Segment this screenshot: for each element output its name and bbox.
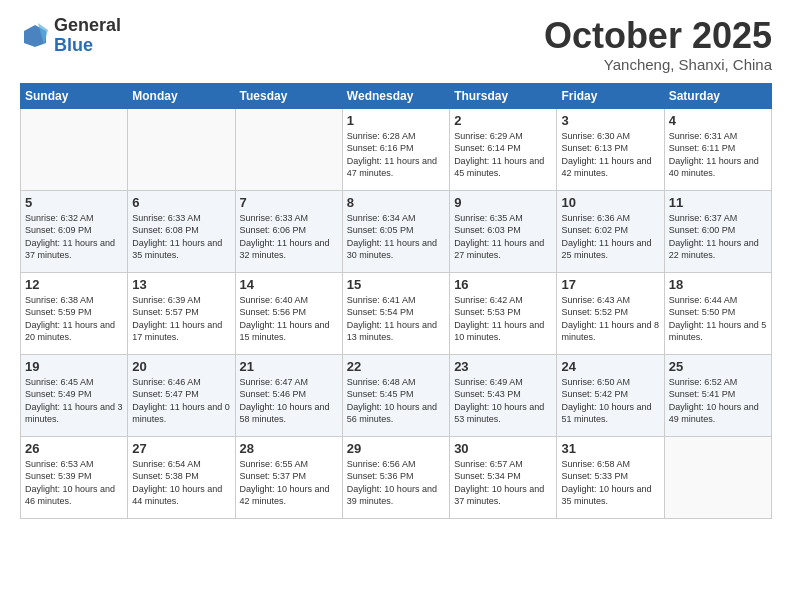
logo-icon (20, 21, 50, 51)
cell-w3-d1: 12Sunrise: 6:38 AM Sunset: 5:59 PM Dayli… (21, 272, 128, 354)
day-info: Sunrise: 6:52 AM Sunset: 5:41 PM Dayligh… (669, 376, 767, 426)
day-info: Sunrise: 6:58 AM Sunset: 5:33 PM Dayligh… (561, 458, 659, 508)
cell-w4-d4: 22Sunrise: 6:48 AM Sunset: 5:45 PM Dayli… (342, 354, 449, 436)
cell-w2-d7: 11Sunrise: 6:37 AM Sunset: 6:00 PM Dayli… (664, 190, 771, 272)
day-info: Sunrise: 6:30 AM Sunset: 6:13 PM Dayligh… (561, 130, 659, 180)
cell-w1-d5: 2Sunrise: 6:29 AM Sunset: 6:14 PM Daylig… (450, 108, 557, 190)
cell-w5-d7 (664, 436, 771, 518)
day-number: 18 (669, 277, 767, 292)
cell-w4-d6: 24Sunrise: 6:50 AM Sunset: 5:42 PM Dayli… (557, 354, 664, 436)
day-number: 4 (669, 113, 767, 128)
day-info: Sunrise: 6:37 AM Sunset: 6:00 PM Dayligh… (669, 212, 767, 262)
day-info: Sunrise: 6:56 AM Sunset: 5:36 PM Dayligh… (347, 458, 445, 508)
day-info: Sunrise: 6:49 AM Sunset: 5:43 PM Dayligh… (454, 376, 552, 426)
col-wednesday: Wednesday (342, 83, 449, 108)
cell-w2-d2: 6Sunrise: 6:33 AM Sunset: 6:08 PM Daylig… (128, 190, 235, 272)
cell-w2-d6: 10Sunrise: 6:36 AM Sunset: 6:02 PM Dayli… (557, 190, 664, 272)
day-info: Sunrise: 6:54 AM Sunset: 5:38 PM Dayligh… (132, 458, 230, 508)
cell-w3-d7: 18Sunrise: 6:44 AM Sunset: 5:50 PM Dayli… (664, 272, 771, 354)
day-number: 12 (25, 277, 123, 292)
cell-w5-d5: 30Sunrise: 6:57 AM Sunset: 5:34 PM Dayli… (450, 436, 557, 518)
day-number: 25 (669, 359, 767, 374)
cell-w2-d3: 7Sunrise: 6:33 AM Sunset: 6:06 PM Daylig… (235, 190, 342, 272)
day-number: 2 (454, 113, 552, 128)
day-number: 10 (561, 195, 659, 210)
cell-w3-d6: 17Sunrise: 6:43 AM Sunset: 5:52 PM Dayli… (557, 272, 664, 354)
day-info: Sunrise: 6:47 AM Sunset: 5:46 PM Dayligh… (240, 376, 338, 426)
day-number: 5 (25, 195, 123, 210)
day-info: Sunrise: 6:35 AM Sunset: 6:03 PM Dayligh… (454, 212, 552, 262)
day-number: 11 (669, 195, 767, 210)
cell-w4-d7: 25Sunrise: 6:52 AM Sunset: 5:41 PM Dayli… (664, 354, 771, 436)
day-number: 20 (132, 359, 230, 374)
col-thursday: Thursday (450, 83, 557, 108)
cell-w5-d6: 31Sunrise: 6:58 AM Sunset: 5:33 PM Dayli… (557, 436, 664, 518)
day-number: 15 (347, 277, 445, 292)
location: Yancheng, Shanxi, China (544, 56, 772, 73)
header: General Blue October 2025 Yancheng, Shan… (20, 16, 772, 73)
cell-w5-d1: 26Sunrise: 6:53 AM Sunset: 5:39 PM Dayli… (21, 436, 128, 518)
week-row-2: 5Sunrise: 6:32 AM Sunset: 6:09 PM Daylig… (21, 190, 772, 272)
cell-w2-d4: 8Sunrise: 6:34 AM Sunset: 6:05 PM Daylig… (342, 190, 449, 272)
day-info: Sunrise: 6:50 AM Sunset: 5:42 PM Dayligh… (561, 376, 659, 426)
day-number: 30 (454, 441, 552, 456)
cell-w5-d2: 27Sunrise: 6:54 AM Sunset: 5:38 PM Dayli… (128, 436, 235, 518)
day-info: Sunrise: 6:48 AM Sunset: 5:45 PM Dayligh… (347, 376, 445, 426)
cell-w4-d1: 19Sunrise: 6:45 AM Sunset: 5:49 PM Dayli… (21, 354, 128, 436)
day-info: Sunrise: 6:32 AM Sunset: 6:09 PM Dayligh… (25, 212, 123, 262)
week-row-4: 19Sunrise: 6:45 AM Sunset: 5:49 PM Dayli… (21, 354, 772, 436)
cell-w5-d3: 28Sunrise: 6:55 AM Sunset: 5:37 PM Dayli… (235, 436, 342, 518)
day-number: 8 (347, 195, 445, 210)
day-number: 21 (240, 359, 338, 374)
day-info: Sunrise: 6:36 AM Sunset: 6:02 PM Dayligh… (561, 212, 659, 262)
day-info: Sunrise: 6:31 AM Sunset: 6:11 PM Dayligh… (669, 130, 767, 180)
cell-w1-d4: 1Sunrise: 6:28 AM Sunset: 6:16 PM Daylig… (342, 108, 449, 190)
page-container: General Blue October 2025 Yancheng, Shan… (0, 0, 792, 529)
cell-w2-d1: 5Sunrise: 6:32 AM Sunset: 6:09 PM Daylig… (21, 190, 128, 272)
day-number: 31 (561, 441, 659, 456)
day-info: Sunrise: 6:42 AM Sunset: 5:53 PM Dayligh… (454, 294, 552, 344)
week-row-3: 12Sunrise: 6:38 AM Sunset: 5:59 PM Dayli… (21, 272, 772, 354)
day-number: 1 (347, 113, 445, 128)
cell-w1-d6: 3Sunrise: 6:30 AM Sunset: 6:13 PM Daylig… (557, 108, 664, 190)
logo-general: General (54, 16, 121, 36)
day-number: 23 (454, 359, 552, 374)
day-info: Sunrise: 6:53 AM Sunset: 5:39 PM Dayligh… (25, 458, 123, 508)
title-block: October 2025 Yancheng, Shanxi, China (544, 16, 772, 73)
col-tuesday: Tuesday (235, 83, 342, 108)
day-info: Sunrise: 6:39 AM Sunset: 5:57 PM Dayligh… (132, 294, 230, 344)
cell-w1-d2 (128, 108, 235, 190)
day-number: 28 (240, 441, 338, 456)
day-info: Sunrise: 6:44 AM Sunset: 5:50 PM Dayligh… (669, 294, 767, 344)
logo: General Blue (20, 16, 121, 56)
col-saturday: Saturday (664, 83, 771, 108)
day-number: 27 (132, 441, 230, 456)
day-info: Sunrise: 6:41 AM Sunset: 5:54 PM Dayligh… (347, 294, 445, 344)
day-info: Sunrise: 6:45 AM Sunset: 5:49 PM Dayligh… (25, 376, 123, 426)
cell-w4-d2: 20Sunrise: 6:46 AM Sunset: 5:47 PM Dayli… (128, 354, 235, 436)
day-number: 26 (25, 441, 123, 456)
day-info: Sunrise: 6:29 AM Sunset: 6:14 PM Dayligh… (454, 130, 552, 180)
day-number: 19 (25, 359, 123, 374)
cell-w2-d5: 9Sunrise: 6:35 AM Sunset: 6:03 PM Daylig… (450, 190, 557, 272)
cell-w4-d3: 21Sunrise: 6:47 AM Sunset: 5:46 PM Dayli… (235, 354, 342, 436)
week-row-1: 1Sunrise: 6:28 AM Sunset: 6:16 PM Daylig… (21, 108, 772, 190)
cell-w3-d4: 15Sunrise: 6:41 AM Sunset: 5:54 PM Dayli… (342, 272, 449, 354)
cell-w3-d5: 16Sunrise: 6:42 AM Sunset: 5:53 PM Dayli… (450, 272, 557, 354)
day-info: Sunrise: 6:38 AM Sunset: 5:59 PM Dayligh… (25, 294, 123, 344)
month-title: October 2025 (544, 16, 772, 56)
day-number: 29 (347, 441, 445, 456)
day-number: 14 (240, 277, 338, 292)
day-info: Sunrise: 6:43 AM Sunset: 5:52 PM Dayligh… (561, 294, 659, 344)
cell-w1-d7: 4Sunrise: 6:31 AM Sunset: 6:11 PM Daylig… (664, 108, 771, 190)
day-number: 24 (561, 359, 659, 374)
day-number: 3 (561, 113, 659, 128)
day-number: 6 (132, 195, 230, 210)
cell-w3-d3: 14Sunrise: 6:40 AM Sunset: 5:56 PM Dayli… (235, 272, 342, 354)
cell-w5-d4: 29Sunrise: 6:56 AM Sunset: 5:36 PM Dayli… (342, 436, 449, 518)
day-info: Sunrise: 6:33 AM Sunset: 6:08 PM Dayligh… (132, 212, 230, 262)
day-number: 22 (347, 359, 445, 374)
day-info: Sunrise: 6:55 AM Sunset: 5:37 PM Dayligh… (240, 458, 338, 508)
day-info: Sunrise: 6:40 AM Sunset: 5:56 PM Dayligh… (240, 294, 338, 344)
cell-w4-d5: 23Sunrise: 6:49 AM Sunset: 5:43 PM Dayli… (450, 354, 557, 436)
